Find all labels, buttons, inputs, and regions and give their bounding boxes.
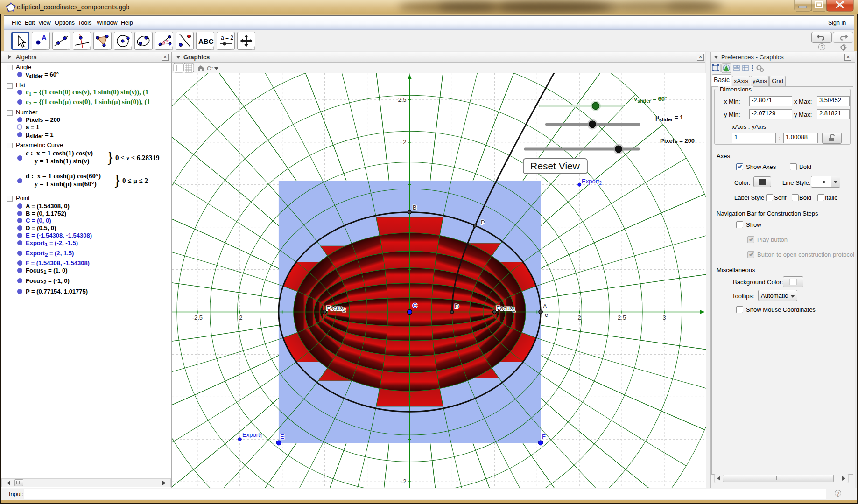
svg-text:D: D — [455, 303, 459, 310]
svg-text:2.5: 2.5 — [398, 96, 406, 103]
svg-text:ABC: ABC — [198, 37, 214, 45]
svg-text:2.5: 2.5 — [618, 314, 626, 321]
svg-text:a = 2: a = 2 — [221, 35, 233, 41]
svg-text:-2: -2 — [237, 314, 243, 321]
svg-text:A: A — [543, 303, 547, 310]
svg-text:C:: C: — [207, 65, 213, 72]
svg-text:F: F — [542, 433, 546, 440]
svg-text:c: c — [545, 311, 548, 318]
svg-text:2: 2 — [403, 139, 406, 146]
svg-text:Pixels = 200: Pixels = 200 — [660, 137, 695, 144]
svg-text:-2: -2 — [401, 478, 407, 485]
svg-text:α: α — [166, 38, 169, 43]
svg-text:A: A — [42, 34, 47, 42]
svg-text:3: 3 — [662, 314, 666, 321]
svg-text:Reset View: Reset View — [530, 161, 580, 171]
svg-text:Export1: Export1 — [242, 431, 263, 439]
svg-text:E: E — [280, 433, 284, 440]
svg-text:C: C — [413, 302, 417, 309]
svg-text:νslider = 60°: νslider = 60° — [634, 95, 667, 104]
svg-text:Focus2: Focus2 — [326, 305, 345, 313]
svg-text:-2.5: -2.5 — [192, 314, 203, 321]
svg-text:2: 2 — [578, 314, 581, 321]
svg-text:μslider = 1: μslider = 1 — [655, 114, 683, 122]
svg-text:Export2: Export2 — [582, 178, 602, 186]
svg-text:B: B — [413, 204, 417, 211]
svg-text:Focus1: Focus1 — [496, 305, 515, 313]
svg-text:P: P — [481, 219, 485, 226]
